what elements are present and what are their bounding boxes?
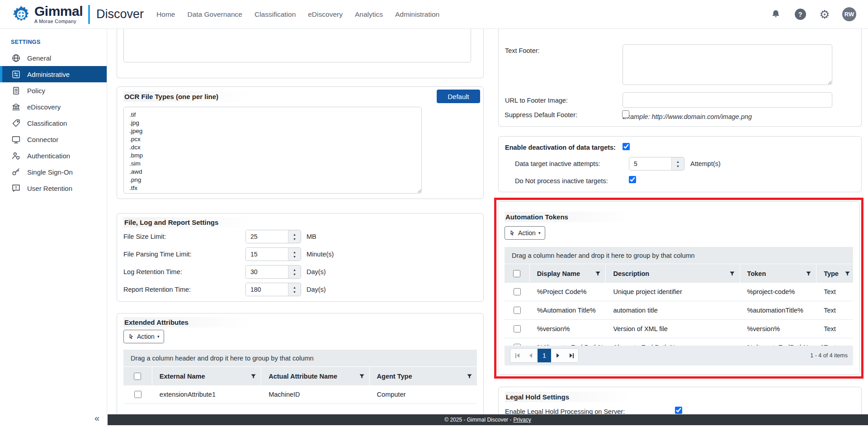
filter-icon[interactable] <box>806 270 811 276</box>
sidebar-item-user-retention[interactable]: User Retention <box>0 180 107 196</box>
row-checkbox[interactable] <box>514 307 521 314</box>
sidebar-item-classification[interactable]: Classification <box>0 115 107 131</box>
cutoff-textarea[interactable] <box>123 29 471 62</box>
text-footer-label: Text Footer: <box>505 46 540 55</box>
file-size-limit-input[interactable] <box>246 230 288 243</box>
file-settings-title: File, Log and Report Settings <box>123 217 273 228</box>
row-checkbox[interactable] <box>514 288 521 295</box>
select-all-checkbox[interactable] <box>134 373 141 380</box>
sidebar-item-ediscovery[interactable]: eDiscovery <box>0 99 107 115</box>
spinner-arrows[interactable]: ▲▼ <box>288 230 301 243</box>
report-retention-input[interactable] <box>246 283 288 296</box>
automation-tokens-action-button[interactable]: Action ▾ <box>505 226 545 240</box>
sidebar-item-general[interactable]: General <box>0 50 107 66</box>
brand-name: Gimmal <box>34 5 83 18</box>
sidebar-collapse-icon[interactable]: « <box>94 413 99 423</box>
main-nav: Home Data Governance Classification eDis… <box>156 10 439 19</box>
table-row[interactable]: %Project Code% Unique project identifier… <box>505 283 853 301</box>
text-footer-textarea[interactable] <box>623 44 832 85</box>
privacy-link[interactable]: Privacy <box>513 417 531 423</box>
filter-icon[interactable] <box>844 270 850 276</box>
key-icon <box>11 167 21 177</box>
row-checkbox[interactable] <box>514 325 521 332</box>
nav-analytics[interactable]: Analytics <box>355 10 383 19</box>
column-header-actual-attribute-name[interactable]: Actual Attribute Name <box>261 367 369 385</box>
cell-display-name: %Automation Title% <box>530 301 606 319</box>
sidebar-item-connector[interactable]: Connector <box>0 131 107 147</box>
pager-first-icon[interactable] <box>510 349 524 362</box>
pager-previous-icon[interactable] <box>524 349 538 362</box>
caret-down-icon: ▾ <box>538 231 541 235</box>
file-parsing-input[interactable] <box>246 248 288 261</box>
brand: Gimmal A Morae Company Discover <box>12 5 144 24</box>
brand-divider <box>88 5 90 24</box>
user-avatar[interactable]: RW <box>842 7 856 21</box>
file-size-limit-label: File Size Limit: <box>123 232 166 241</box>
notifications-bell-icon[interactable] <box>769 8 783 21</box>
spinner-arrows[interactable]: ▲▼ <box>671 157 684 170</box>
default-button[interactable]: Default <box>437 90 480 103</box>
cell-display-name: %Project Code% <box>530 283 606 301</box>
table-row[interactable]: %Alternate End Path% Alternate End Path … <box>505 338 853 346</box>
inactive-attempts-input[interactable] <box>629 157 671 170</box>
no-process-inactive-checkbox[interactable] <box>629 176 636 183</box>
log-retention-input[interactable] <box>246 266 288 278</box>
spinner-arrows[interactable]: ▲▼ <box>288 248 301 261</box>
sidebar-item-single-sign-on[interactable]: Single Sign-On <box>0 164 107 180</box>
pager-next-icon[interactable] <box>551 349 565 362</box>
cell-token: %automationTitle% <box>740 301 817 319</box>
table-row[interactable]: %version% Version of XML file %version% … <box>505 320 853 338</box>
filter-icon[interactable] <box>467 373 472 379</box>
column-header-description[interactable]: Description <box>606 264 740 283</box>
spinner-arrows[interactable]: ▲▼ <box>288 266 301 278</box>
sliders-icon <box>11 69 21 79</box>
filter-icon[interactable] <box>729 270 735 276</box>
table-row[interactable]: %Automation Title% automation title %aut… <box>505 301 853 320</box>
column-header-display-name[interactable]: Display Name <box>530 264 606 283</box>
copyright-text: © 2025 - Gimmal Discover - <box>444 417 511 423</box>
enable-legal-hold-checkbox[interactable] <box>675 407 682 414</box>
cell-external-name: extensionAttribute1 <box>152 385 261 403</box>
pager-last-icon[interactable] <box>565 349 578 362</box>
automation-tokens-drag-hint[interactable]: Drag a column header and drop it here to… <box>505 247 853 264</box>
suppress-default-footer-checkbox[interactable] <box>622 110 629 118</box>
extended-attributes-drag-hint[interactable]: Drag a column header and drop it here to… <box>123 350 477 367</box>
user-shield-icon <box>11 151 21 161</box>
page-footer: © 2025 - Gimmal Discover - Privacy <box>108 414 868 425</box>
pager-page-1[interactable]: 1 <box>538 349 551 362</box>
column-header-external-name[interactable]: External Name <box>152 367 261 385</box>
enable-deactivation-checkbox[interactable] <box>623 143 630 150</box>
sidebar-item-label: Policy <box>27 87 45 95</box>
help-icon[interactable]: ? <box>793 8 807 21</box>
filter-icon[interactable] <box>359 373 365 379</box>
nav-administration[interactable]: Administration <box>395 10 439 19</box>
settings-gear-icon[interactable]: ⚙ <box>818 8 831 21</box>
pager-summary: 1 - 4 of 4 items <box>810 352 848 359</box>
url-footer-image-input[interactable] <box>623 92 832 108</box>
settings-sidebar: SETTINGS General Administrative Policy <box>0 29 107 427</box>
column-header-type[interactable]: Type <box>816 264 853 283</box>
row-checkbox[interactable] <box>134 391 142 398</box>
ocr-file-types-textarea[interactable]: .tif .jpg .jpeg .pcx .dcx .bmp .sim .awd… <box>123 107 422 194</box>
column-header-agent-type[interactable]: Agent Type <box>370 367 477 385</box>
nav-ediscovery[interactable]: eDiscovery <box>308 10 343 19</box>
spinner-arrows[interactable]: ▲▼ <box>288 283 301 296</box>
table-row[interactable]: extensionAttribute1 MachineID Computer <box>123 385 477 404</box>
cell-description: Unique project identifier <box>606 283 740 301</box>
filter-icon[interactable] <box>250 373 256 379</box>
filter-icon[interactable] <box>595 270 601 276</box>
extended-attributes-action-button[interactable]: Action ▾ <box>123 330 164 343</box>
cell-description: automation title <box>606 301 740 319</box>
nav-home[interactable]: Home <box>156 10 175 19</box>
list-document-icon <box>11 85 21 95</box>
product-name: Discover <box>96 7 144 21</box>
sidebar-item-administrative[interactable]: Administrative <box>0 66 107 82</box>
sidebar-item-authentication[interactable]: Authentication <box>0 147 107 164</box>
sidebar-item-policy[interactable]: Policy <box>0 82 107 99</box>
select-all-checkbox[interactable] <box>513 270 520 277</box>
nav-data-governance[interactable]: Data Governance <box>187 10 242 19</box>
nav-classification[interactable]: Classification <box>255 10 296 19</box>
main-content: OCR File Types (one per line) Default .t… <box>108 29 868 415</box>
column-header-token[interactable]: Token <box>740 264 817 283</box>
report-retention-spinner: ▲▼ <box>245 283 301 296</box>
